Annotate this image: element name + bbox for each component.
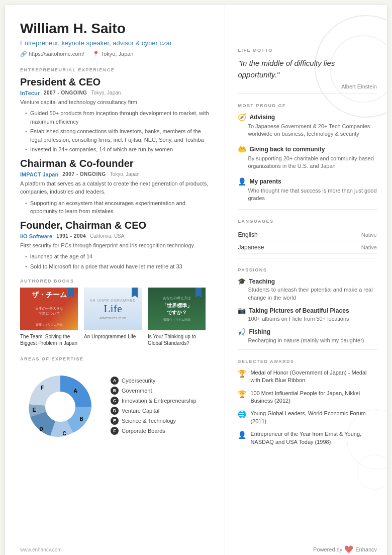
- book-title-2: An Unprogrammed Life: [84, 333, 142, 340]
- language-name-2: Japanese: [238, 244, 264, 251]
- expertise-legend: A Cybersecurity B Government C Innovatio…: [111, 377, 212, 437]
- exp-title-1: President & CEO: [20, 76, 212, 88]
- camera-icon: 📷: [238, 307, 246, 314]
- donut-hole: [45, 392, 75, 422]
- proud-title-1: Advising: [249, 114, 275, 121]
- exp-location-3: California, USA: [90, 233, 124, 239]
- proud-desc-1: To Japanese Government & 20+ Tech Compan…: [238, 123, 377, 138]
- proud-desc-3: Who thought me that success is more than…: [238, 187, 377, 203]
- exp-title-2: Chairman & Co-founder: [20, 158, 212, 169]
- languages-section-label: LANGUAGES: [238, 219, 377, 224]
- book-item-1: ザ・チーム 日本の一番大きな問題について 齋藤ウィリアム浩幸 The Team:…: [20, 288, 78, 346]
- passion-desc-1: Students to unleash their potential and …: [238, 286, 377, 302]
- right-column: LIFE MOTTO "In the middle of difficulty …: [225, 5, 387, 555]
- exp-desc-2: A platform that serves as a catalyst to …: [20, 179, 212, 196]
- passion-title-2: Taking Pictures of Beautiful Places: [249, 307, 349, 314]
- book-title-3: Is Your Thinking up to Global Standards?: [148, 333, 206, 346]
- resume-page: William H. Saito Entrepreneur, keynote s…: [5, 5, 387, 555]
- expertise-chart: A B C D E F: [20, 366, 101, 447]
- label-f: F: [41, 385, 44, 391]
- award-text-3: Young Global Leaders, World Economic For…: [250, 410, 377, 425]
- books-grid: ザ・チーム 日本の一番大きな問題について 齋藤ウィリアム浩幸 The Team:…: [20, 288, 212, 346]
- contact-info: 🔗 https://saitohome.com/ 📍 Tokyo, Japan: [20, 51, 212, 57]
- website-info: 🔗 https://saitohome.com/: [20, 51, 84, 57]
- exp-location-2: Tokyo, Japan: [110, 171, 140, 177]
- award-item-1: 🏆 Medal of Honor (Government of Japan) -…: [238, 369, 377, 385]
- award-text-2: 100 Most Influential People for Japan, N…: [250, 390, 377, 405]
- passion-header-2: 📷 Taking Pictures of Beautiful Places: [238, 307, 377, 314]
- expertise-container: A B C D E F A Cybersecurity B Government: [20, 366, 212, 447]
- bullet-2-1: Supporting an ecosystem that encourages …: [25, 199, 212, 216]
- motto-section-label: LIFE MOTTO: [238, 48, 377, 53]
- exp-company-2: IMPACT Japan: [20, 171, 58, 177]
- exp-meta-2: IMPACT Japan 2007 - ONGOING Tokyo, Japan: [20, 171, 212, 177]
- award-icon-2: 🏆: [238, 390, 246, 398]
- legend-item-f: F Corporate Boards: [111, 427, 212, 435]
- exp-bullets-3: launched at the age of 14 Sold to Micros…: [20, 252, 212, 270]
- enhancv-logo: Powered by Enhancv: [313, 545, 377, 554]
- proud-item-1: 🧭 Advising To Japanese Government & 20+ …: [238, 113, 377, 138]
- job-title: Entrepreneur, keynote speaker, advisor &…: [20, 39, 212, 47]
- language-name-1: English: [238, 231, 257, 238]
- parents-icon: 👤: [238, 177, 246, 186]
- book-cover-3: あなたの考え方は 「世界標準」ですか？ 齋藤ウィリアム浩幸: [148, 288, 206, 330]
- expertise-section-label: AREAS OF EXPERTISE: [20, 356, 212, 361]
- legend-item-e: E Science & Technology: [111, 417, 212, 425]
- proud-item-2: 🤲 Giving back to community By supporting…: [238, 145, 377, 170]
- legend-letter-b: B: [111, 387, 119, 395]
- exp-dates-2: 2007 - ONGOING: [62, 171, 106, 177]
- proud-section-label: MOST PROUD OF: [238, 103, 377, 108]
- label-b: B: [79, 416, 83, 422]
- legend-letter-f: F: [111, 427, 119, 435]
- enhancv-heart-icon: [344, 545, 353, 554]
- label-d: D: [39, 426, 43, 432]
- experience-item-1: President & CEO InTecur 2007 - ONGOING T…: [20, 76, 212, 154]
- passion-header-1: 🎓 Teaching: [238, 278, 377, 285]
- legend-letter-d: D: [111, 407, 119, 415]
- header: William H. Saito Entrepreneur, keynote s…: [20, 20, 212, 57]
- footer-website: www.enhancv.com: [20, 547, 62, 552]
- award-icon-3: 🌐: [238, 410, 246, 418]
- awards-section-label: SELECTED AWARDS: [238, 359, 377, 364]
- award-icon-1: 🏆: [238, 369, 246, 378]
- proud-item-3: 👤 My parents Who thought me that success…: [238, 177, 377, 203]
- location-info: 📍 Tokyo, Japan: [92, 51, 134, 57]
- passion-item-1: 🎓 Teaching Students to unleash their pot…: [238, 278, 377, 302]
- quote-text: "In the middle of difficulty lies opport…: [238, 58, 377, 80]
- passion-title-3: Fishing: [249, 328, 270, 335]
- award-item-3: 🌐 Young Global Leaders, World Economic F…: [238, 410, 377, 425]
- brand-name: Enhancv: [355, 546, 377, 552]
- language-level-2: Native: [361, 244, 377, 250]
- link-icon: 🔗: [20, 51, 27, 57]
- legend-letter-e: E: [111, 417, 119, 425]
- location-icon: 📍: [92, 51, 100, 57]
- passion-desc-2: 100+ albums on Flickr from 50+ locations: [238, 315, 377, 323]
- passions-section-label: PASSIONS: [238, 267, 377, 272]
- exp-company-1: InTecur: [20, 90, 40, 96]
- book-cover-1: ザ・チーム 日本の一番大きな問題について 齋藤ウィリアム浩幸: [20, 288, 78, 330]
- bullet-1-3: Invested in 24+ companies, 14 of which a…: [25, 145, 212, 154]
- exp-company-3: I/O Software: [20, 233, 52, 239]
- proud-title-2: Giving back to community: [249, 146, 325, 153]
- book-item-2: AN UNPR OGRAMMED Life Adventures of an A…: [84, 288, 142, 346]
- award-item-2: 🏆 100 Most Influential People for Japan,…: [238, 390, 377, 405]
- exp-dates-3: 1991 - 2004: [56, 233, 86, 239]
- passion-title-1: Teaching: [249, 278, 275, 285]
- proud-header-3: 👤 My parents: [238, 177, 377, 186]
- book-cover-2: AN UNPR OGRAMMED Life Adventures of an: [84, 288, 142, 330]
- exp-location-1: Tokyo, Japan: [91, 90, 121, 96]
- passion-item-3: 🎣 Fishing Recharging in nature (mainly w…: [238, 328, 377, 344]
- footer: www.enhancv.com Powered by Enhancv: [20, 545, 377, 554]
- legend-item-d: D Venture Capital: [111, 407, 212, 415]
- award-icon-4: 👤: [238, 431, 246, 439]
- community-icon: 🤲: [238, 145, 246, 153]
- exp-bullets-2: Supporting an ecosystem that encourages …: [20, 199, 212, 216]
- exp-meta-3: I/O Software 1991 - 2004 California, USA: [20, 233, 212, 239]
- award-item-4: 👤 Entrepreneur of the Year from Ernst & …: [238, 430, 377, 446]
- proud-desc-2: By supporting 20+ charitable and communi…: [238, 155, 377, 170]
- language-level-1: Native: [361, 232, 377, 238]
- label-e: E: [33, 407, 36, 413]
- exp-desc-1: Venture capital and technology consultan…: [20, 98, 212, 107]
- passion-header-3: 🎣 Fishing: [238, 328, 377, 336]
- label-c: C: [62, 431, 66, 436]
